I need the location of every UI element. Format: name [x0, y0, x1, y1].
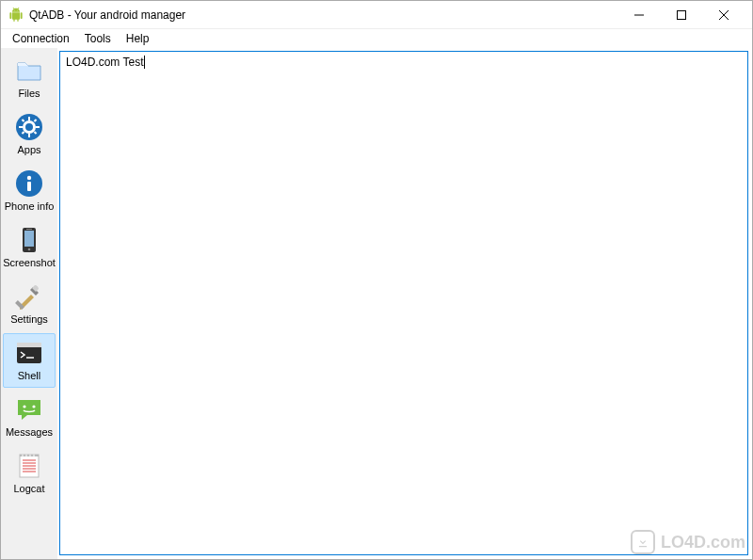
svg-point-21: [32, 405, 35, 408]
svg-rect-5: [36, 126, 40, 128]
tools-icon: [14, 281, 44, 312]
svg-rect-16: [26, 229, 32, 230]
sidebar-item-shell[interactable]: Shell: [3, 333, 56, 388]
gear-icon: [14, 112, 44, 142]
svg-rect-0: [677, 10, 685, 19]
phone-icon: [14, 225, 44, 255]
body: Files Apps: [1, 48, 752, 559]
folder-icon: [14, 56, 44, 86]
menu-connection[interactable]: Connection: [5, 30, 77, 47]
sidebar: Files Apps: [1, 48, 57, 559]
sidebar-item-label: Apps: [17, 144, 40, 155]
window-controls: [617, 2, 745, 28]
titlebar: QtADB - Your android manager: [1, 1, 752, 29]
sidebar-item-settings[interactable]: Settings: [3, 277, 56, 331]
text-caret: [144, 56, 145, 69]
close-button[interactable]: [702, 2, 745, 28]
sidebar-item-logcat[interactable]: Logcat: [3, 446, 56, 501]
svg-rect-3: [28, 134, 30, 137]
log-icon: [14, 451, 44, 481]
menubar: Connection Tools Help: [1, 29, 752, 48]
app-window: QtADB - Your android manager Connection …: [0, 0, 753, 560]
sidebar-item-phone-info[interactable]: Phone info: [3, 164, 56, 218]
sidebar-item-label: Settings: [10, 313, 48, 325]
chat-icon: [14, 394, 44, 424]
window-title: QtADB - Your android manager: [29, 8, 617, 22]
maximize-button[interactable]: [660, 2, 702, 28]
svg-rect-14: [24, 231, 34, 247]
shell-text: LO4D.com Test: [66, 56, 143, 69]
sidebar-item-files[interactable]: Files: [3, 51, 56, 105]
shell-output[interactable]: LO4D.com Test: [59, 51, 748, 555]
terminal-icon: [14, 338, 44, 368]
sidebar-item-messages[interactable]: Messages: [3, 390, 56, 444]
svg-rect-4: [19, 126, 23, 128]
minimize-button[interactable]: [617, 2, 660, 28]
android-icon: [8, 8, 24, 23]
sidebar-item-label: Screenshot: [3, 257, 56, 268]
sidebar-item-label: Files: [18, 88, 40, 99]
svg-point-15: [28, 248, 31, 251]
svg-point-20: [23, 405, 25, 408]
sidebar-item-label: Messages: [6, 426, 53, 438]
svg-rect-2: [28, 117, 30, 120]
svg-point-11: [27, 176, 31, 180]
sidebar-item-apps[interactable]: Apps: [3, 107, 56, 162]
main-pane: LO4D.com Test: [57, 48, 752, 559]
menu-tools[interactable]: Tools: [77, 30, 119, 47]
svg-rect-19: [17, 343, 41, 347]
sidebar-item-label: Phone info: [5, 200, 55, 212]
menu-help[interactable]: Help: [119, 30, 157, 47]
sidebar-item-label: Shell: [18, 370, 40, 381]
sidebar-item-screenshot[interactable]: Screenshot: [3, 220, 56, 275]
sidebar-item-label: Logcat: [13, 483, 44, 494]
svg-rect-12: [27, 182, 31, 191]
info-icon: [14, 168, 44, 199]
